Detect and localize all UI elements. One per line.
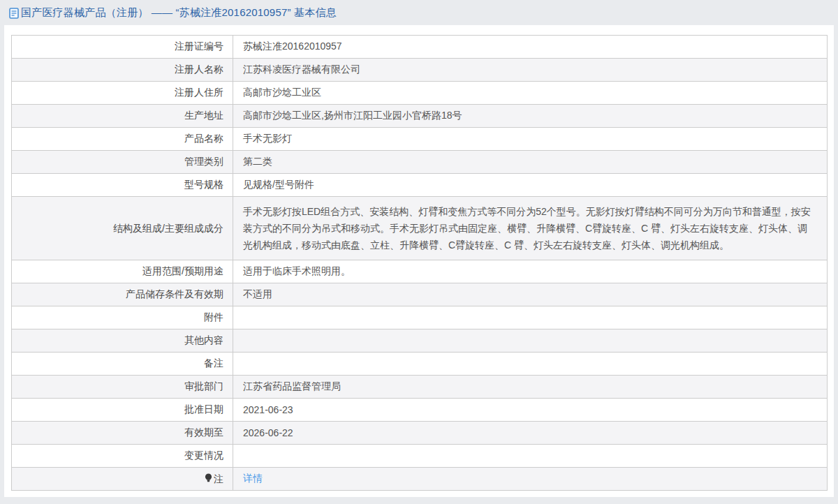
row-value: 第二类	[233, 151, 828, 174]
row-label: 有效期至	[12, 422, 233, 445]
row-label: 产品名称	[12, 128, 233, 151]
table-row: 管理类别 第二类	[12, 151, 828, 174]
row-label: 附件	[12, 306, 233, 329]
row-label: 批准日期	[12, 399, 233, 422]
row-value: 苏械注准20162010957	[233, 36, 828, 59]
row-value	[233, 445, 828, 468]
content-panel: 注册证编号 苏械注准20162010957 注册人名称 江苏科凌医疗器械有限公司…	[4, 25, 834, 497]
row-value: 手术无影灯按LED组合方式、安装结构、灯臂和变焦方式等不同分为52个型号。无影灯…	[233, 197, 828, 260]
row-value	[233, 306, 828, 329]
table-row: 批准日期 2021-06-23	[12, 399, 828, 422]
row-label: 产品储存条件及有效期	[12, 283, 233, 306]
table-row: 附件	[12, 306, 828, 329]
row-label: 结构及组成/主要组成成分	[12, 197, 233, 260]
table-row: 适用范围/预期用途 适用于临床手术照明用。	[12, 260, 828, 283]
row-value	[233, 353, 828, 376]
details-link[interactable]: 详情	[243, 473, 263, 484]
row-label: 注	[12, 468, 233, 491]
registration-info-table: 注册证编号 苏械注准20162010957 注册人名称 江苏科凌医疗器械有限公司…	[11, 35, 828, 491]
row-value: 手术无影灯	[233, 128, 828, 151]
row-value: 2021-06-23	[233, 399, 828, 422]
row-value: 见规格/型号附件	[233, 174, 828, 197]
table-row: 注册人住所 高邮市沙埝工业区	[12, 82, 828, 105]
table-row-note: 注 详情	[12, 468, 828, 491]
row-label: 型号规格	[12, 174, 233, 197]
row-label: 注册人住所	[12, 82, 233, 105]
table-row: 变更情况	[12, 445, 828, 468]
row-label: 其他内容	[12, 329, 233, 353]
row-label: 审批部门	[12, 376, 233, 399]
row-value: 详情	[233, 468, 828, 491]
document-icon	[9, 8, 19, 19]
row-value	[233, 329, 828, 353]
bulb-icon	[205, 473, 212, 485]
table-row: 注册证编号 苏械注准20162010957	[12, 36, 828, 59]
row-label: 变更情况	[12, 445, 233, 468]
page-title: 国产医疗器械产品（注册） —— “苏械注准20162010957” 基本信息	[21, 6, 337, 20]
table-row: 备注	[12, 353, 828, 376]
row-value: 高邮市沙埝工业区,扬州市江阳工业园小官桥路18号	[233, 105, 828, 128]
row-value: 江苏省药品监督管理局	[233, 376, 828, 399]
table-row: 产品储存条件及有效期 不适用	[12, 283, 828, 306]
title-bar: 国产医疗器械产品（注册） —— “苏械注准20162010957” 基本信息	[0, 0, 838, 25]
row-label: 注册人名称	[12, 59, 233, 82]
table-row: 审批部门 江苏省药品监督管理局	[12, 376, 828, 399]
row-label: 管理类别	[12, 151, 233, 174]
row-label: 适用范围/预期用途	[12, 260, 233, 283]
row-label: 生产地址	[12, 105, 233, 128]
table-row: 产品名称 手术无影灯	[12, 128, 828, 151]
table-row: 结构及组成/主要组成成分 手术无影灯按LED组合方式、安装结构、灯臂和变焦方式等…	[12, 197, 828, 260]
table-row: 有效期至 2026-06-22	[12, 422, 828, 445]
row-value: 不适用	[233, 283, 828, 306]
table-row: 其他内容	[12, 329, 828, 353]
row-label: 备注	[12, 353, 233, 376]
row-value: 2026-06-22	[233, 422, 828, 445]
table-row: 型号规格 见规格/型号附件	[12, 174, 828, 197]
table-row: 生产地址 高邮市沙埝工业区,扬州市江阳工业园小官桥路18号	[12, 105, 828, 128]
row-value: 适用于临床手术照明用。	[233, 260, 828, 283]
row-label: 注册证编号	[12, 36, 233, 59]
row-value: 高邮市沙埝工业区	[233, 82, 828, 105]
table-row: 注册人名称 江苏科凌医疗器械有限公司	[12, 59, 828, 82]
row-value: 江苏科凌医疗器械有限公司	[233, 59, 828, 82]
